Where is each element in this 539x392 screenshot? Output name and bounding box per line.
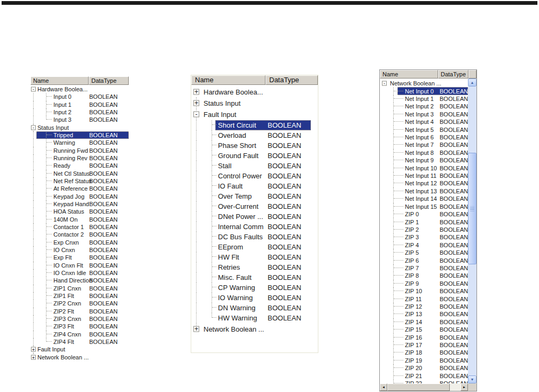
tree-row[interactable]: Net Input 10BOOLEAN bbox=[380, 164, 468, 171]
tree-row[interactable]: HOA StatusBOOLEAN bbox=[30, 208, 129, 215]
tree-row[interactable]: EEpromBOOLEAN bbox=[191, 242, 318, 252]
tree-row[interactable]: Running RevBOOLEAN bbox=[30, 154, 129, 162]
tree-row[interactable]: ReadyBOOLEAN bbox=[30, 162, 129, 169]
tree-row[interactable]: At ReferenceBOOLEAN bbox=[30, 185, 129, 192]
tree-row[interactable]: Misc. FaultBOOLEAN bbox=[191, 272, 318, 283]
tree-row[interactable]: ZIP2 CnxnBOOLEAN bbox=[30, 300, 129, 307]
tree-row[interactable]: +Hardware Boolea... bbox=[191, 86, 318, 97]
column-header-datatype[interactable]: DataType bbox=[265, 75, 318, 85]
tree-row[interactable]: ZIP 8BOOLEAN bbox=[380, 272, 468, 279]
tree-row[interactable]: ZIP 0BOOLEAN bbox=[380, 210, 468, 218]
tree-row[interactable]: Contactor 2BOOLEAN bbox=[30, 231, 129, 238]
tree-row[interactable]: -Fault Input bbox=[191, 109, 318, 120]
tree-row[interactable]: CP WarningBOOLEAN bbox=[191, 283, 318, 293]
tree-row[interactable]: Short CircuitBOOLEAN bbox=[191, 120, 318, 130]
tree-row[interactable]: HW WarningBOOLEAN bbox=[191, 313, 318, 323]
tree-row[interactable]: ZIP 14BOOLEAN bbox=[380, 318, 468, 326]
tree-row[interactable]: ZIP 5BOOLEAN bbox=[380, 249, 468, 256]
tree-row[interactable]: DC Bus FaultsBOOLEAN bbox=[191, 232, 318, 242]
tree-row[interactable]: Exp FltBOOLEAN bbox=[30, 254, 129, 261]
tree-row[interactable]: ZIP3 CnxnBOOLEAN bbox=[30, 315, 129, 323]
tree-row[interactable]: ZIP 10BOOLEAN bbox=[380, 287, 468, 295]
vertical-scrollbar[interactable]: ▲ ▼ bbox=[468, 79, 476, 383]
tree-row[interactable]: Net Input 4BOOLEAN bbox=[380, 118, 468, 126]
tree-row[interactable]: IO WarningBOOLEAN bbox=[191, 293, 318, 303]
tree-row[interactable]: 140M OnBOOLEAN bbox=[30, 216, 129, 223]
tree-row[interactable]: +Fault Input bbox=[30, 346, 129, 353]
scroll-up-icon[interactable]: ▲ bbox=[468, 79, 476, 87]
tree-row[interactable]: ZIP 3BOOLEAN bbox=[380, 233, 468, 241]
tree-row[interactable]: Net Input 14BOOLEAN bbox=[380, 195, 468, 202]
tree-row[interactable]: ZIP 19BOOLEAN bbox=[380, 357, 468, 364]
collapse-icon[interactable]: - bbox=[31, 87, 36, 92]
tree-row[interactable]: ZIP 17BOOLEAN bbox=[380, 341, 468, 349]
vertical-scroll-thumb[interactable] bbox=[468, 153, 476, 264]
tree-row[interactable]: -Network Boolean ... bbox=[380, 80, 468, 87]
tree-row[interactable]: Hand DirectionBOOLEAN bbox=[30, 277, 129, 284]
expand-icon[interactable]: + bbox=[193, 326, 199, 332]
tree-row[interactable]: ZIP 16BOOLEAN bbox=[380, 333, 468, 341]
tree-row[interactable]: ZIP1 CnxnBOOLEAN bbox=[30, 285, 129, 292]
tree-row[interactable]: Ground FaultBOOLEAN bbox=[191, 151, 318, 161]
tree-row[interactable]: Net Input 13BOOLEAN bbox=[380, 187, 468, 195]
tree-row[interactable]: IO Cnxn IdleBOOLEAN bbox=[30, 269, 129, 277]
tree-row[interactable]: ZIP 4BOOLEAN bbox=[380, 241, 468, 249]
tree-row[interactable]: ZIP 9BOOLEAN bbox=[380, 280, 468, 287]
tree-row[interactable]: Net Input 15BOOLEAN bbox=[380, 203, 468, 210]
tree-row[interactable]: +Network Boolean ... bbox=[30, 353, 129, 360]
expand-icon[interactable]: + bbox=[31, 355, 36, 359]
tree-row[interactable]: ZIP3 FltBOOLEAN bbox=[30, 323, 129, 330]
tree-row[interactable]: ZIP2 FltBOOLEAN bbox=[30, 308, 129, 315]
tree-row[interactable]: Keypad HandBOOLEAN bbox=[30, 200, 129, 208]
tree-row[interactable]: Net Input 2BOOLEAN bbox=[380, 103, 468, 110]
tree-row[interactable]: Net Input 1BOOLEAN bbox=[380, 95, 468, 103]
tree-row[interactable]: ZIP 20BOOLEAN bbox=[380, 364, 468, 372]
tree-row[interactable]: ZIP 11BOOLEAN bbox=[380, 295, 468, 302]
tree-row[interactable]: ZIP 6BOOLEAN bbox=[380, 256, 468, 264]
column-header-name[interactable]: Name bbox=[380, 70, 438, 79]
horizontal-scroll-thumb[interactable] bbox=[387, 383, 450, 391]
tree-row[interactable]: IO CnxnBOOLEAN bbox=[30, 246, 129, 254]
tree-row[interactable]: Keypad JogBOOLEAN bbox=[30, 193, 129, 200]
tree-row[interactable]: +Status Input bbox=[191, 97, 318, 108]
tree-row[interactable]: Net Input 12BOOLEAN bbox=[380, 179, 468, 187]
vertical-scroll-track[interactable] bbox=[468, 87, 476, 375]
scroll-down-icon[interactable]: ▼ bbox=[468, 375, 476, 383]
tree-row[interactable]: Net Input 8BOOLEAN bbox=[380, 149, 468, 156]
tree-row[interactable]: ZIP4 CnxnBOOLEAN bbox=[30, 331, 129, 338]
tree-row[interactable]: ZIP 7BOOLEAN bbox=[380, 264, 468, 272]
tree-row[interactable]: Net Input 5BOOLEAN bbox=[380, 126, 468, 133]
tree-row[interactable]: Net Ctl StatusBOOLEAN bbox=[30, 170, 129, 177]
tree-row[interactable]: +Network Boolean ... bbox=[191, 323, 318, 334]
scroll-right-icon[interactable]: ► bbox=[460, 383, 468, 391]
tree-row[interactable]: -Status Input bbox=[30, 124, 129, 131]
tree-row[interactable]: IO Cnxn FltBOOLEAN bbox=[30, 262, 129, 269]
tree-row[interactable]: ZIP1 FltBOOLEAN bbox=[30, 292, 129, 300]
tree-row[interactable]: Control PowerBOOLEAN bbox=[191, 171, 318, 181]
tree-row[interactable]: Contactor 1BOOLEAN bbox=[30, 223, 129, 231]
tree-row[interactable]: ZIP 21BOOLEAN bbox=[380, 372, 468, 379]
tree-row[interactable]: Input 2BOOLEAN bbox=[30, 108, 129, 116]
tree-row[interactable]: Net Input 9BOOLEAN bbox=[380, 156, 468, 164]
tree-row[interactable]: Input 3BOOLEAN bbox=[30, 116, 129, 123]
tree-row[interactable]: Net Input 7BOOLEAN bbox=[380, 141, 468, 148]
tree-row[interactable]: ZIP 15BOOLEAN bbox=[380, 326, 468, 333]
tree-row[interactable]: Net Ref StatusBOOLEAN bbox=[30, 177, 129, 185]
tree-row[interactable]: ZIP 13BOOLEAN bbox=[380, 310, 468, 318]
scroll-left-icon[interactable]: ◄ bbox=[380, 383, 387, 391]
tree-row[interactable]: Over-CurrentBOOLEAN bbox=[191, 201, 318, 211]
tree-row[interactable]: DN WarningBOOLEAN bbox=[191, 303, 318, 313]
tree-row[interactable]: Internal CommBOOLEAN bbox=[191, 222, 318, 232]
column-header-name[interactable]: Name bbox=[191, 75, 265, 85]
tree-row[interactable]: Net Input 11BOOLEAN bbox=[380, 172, 468, 179]
tree-row[interactable]: Running FwdBOOLEAN bbox=[30, 147, 129, 154]
tree-row[interactable]: Input 0BOOLEAN bbox=[30, 93, 129, 100]
tree-row[interactable]: Exp CnxnBOOLEAN bbox=[30, 239, 129, 246]
column-header-datatype[interactable]: DataType bbox=[89, 76, 129, 85]
tree-row[interactable]: Net Input 3BOOLEAN bbox=[380, 111, 468, 118]
tree-row[interactable]: RetriesBOOLEAN bbox=[191, 262, 318, 272]
tree-row[interactable]: OverloadBOOLEAN bbox=[191, 130, 318, 140]
tree-row[interactable]: -Hardware Boolea... bbox=[30, 85, 129, 93]
tree-row[interactable]: WarningBOOLEAN bbox=[30, 139, 129, 146]
tree-row[interactable]: Net Input 6BOOLEAN bbox=[380, 134, 468, 141]
